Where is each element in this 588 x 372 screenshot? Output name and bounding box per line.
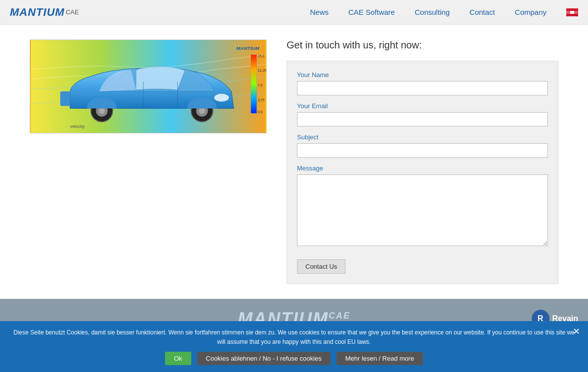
form-group-message: Message xyxy=(297,165,548,248)
main-nav: News CAE Software Consulting Contact Com… xyxy=(310,8,578,16)
name-label: Your Name xyxy=(297,71,548,79)
header: MANTIUMCAE News CAE Software Consulting … xyxy=(0,0,588,25)
svg-rect-10 xyxy=(60,91,70,106)
main-content: MANTIUM CAE 15,0 11,25 7,5 3,75 0,0 velo… xyxy=(0,25,588,299)
svg-text:0,0: 0,0 xyxy=(258,110,263,114)
message-textarea[interactable] xyxy=(297,174,548,246)
form-group-subject: Subject xyxy=(297,133,548,158)
left-panel: MANTIUM CAE 15,0 11,25 7,5 3,75 0,0 velo… xyxy=(30,40,267,284)
right-panel: Get in touch with us, right now: Your Na… xyxy=(287,40,558,284)
nav-cae-software[interactable]: CAE Software xyxy=(348,8,395,16)
cookie-close-button[interactable]: ✕ xyxy=(573,326,580,337)
nav-contact[interactable]: Contact xyxy=(469,8,495,16)
car-image: MANTIUM CAE 15,0 11,25 7,5 3,75 0,0 velo… xyxy=(30,40,267,133)
form-container: Your Name Your Email Subject Message Con… xyxy=(287,61,558,284)
language-flag-icon[interactable] xyxy=(566,8,578,16)
svg-text:3,75: 3,75 xyxy=(258,98,265,102)
logo: MANTIUMCAE xyxy=(10,6,79,19)
contact-us-button[interactable]: Contact Us xyxy=(297,259,345,274)
form-group-name: Your Name xyxy=(297,71,548,95)
cookie-text: Diese Seite benutzt Cookies, damit sie b… xyxy=(10,328,578,339)
svg-rect-13 xyxy=(251,55,257,114)
name-input[interactable] xyxy=(297,81,548,95)
message-label: Message xyxy=(297,165,548,172)
email-label: Your Email xyxy=(297,102,548,110)
logo-cae: CAE xyxy=(66,8,79,16)
svg-text:15,0: 15,0 xyxy=(258,54,265,58)
svg-text:11,25: 11,25 xyxy=(258,69,266,72)
svg-text:MANTIUM: MANTIUM xyxy=(236,45,259,51)
svg-point-9 xyxy=(214,94,229,102)
svg-text:velocity: velocity xyxy=(70,124,85,129)
email-input[interactable] xyxy=(297,112,548,126)
subject-label: Subject xyxy=(297,133,548,141)
subject-input[interactable] xyxy=(297,143,548,158)
logo-main: MANTIUM xyxy=(10,6,65,19)
nav-news[interactable]: News xyxy=(310,8,329,16)
svg-text:7,5: 7,5 xyxy=(258,83,263,87)
nav-consulting[interactable]: Consulting xyxy=(415,8,450,16)
footer-logo-cae: CAE xyxy=(329,311,350,321)
nav-company[interactable]: Company xyxy=(515,8,546,16)
svg-point-3 xyxy=(99,108,105,114)
form-title: Get in touch with us, right now: xyxy=(287,40,558,51)
cookie-banner: ✕ Diese Seite benutzt Cookies, damit sie… xyxy=(0,321,588,339)
form-group-email: Your Email xyxy=(297,102,548,126)
svg-point-6 xyxy=(199,108,205,114)
